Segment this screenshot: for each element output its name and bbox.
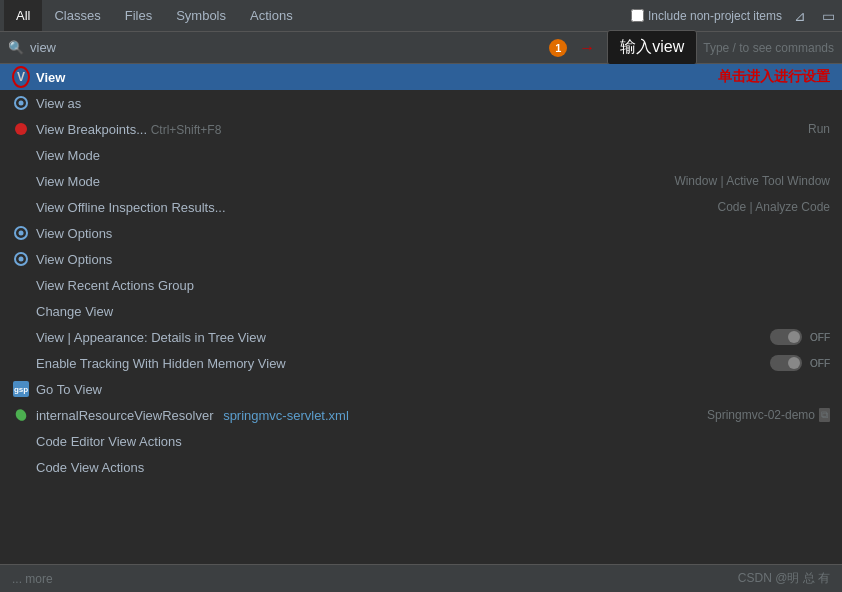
eye-icon-3 (12, 250, 30, 268)
search-input[interactable] (30, 40, 537, 55)
tab-symbols[interactable]: Symbols (164, 0, 238, 31)
list-item-view-as[interactable]: View as (0, 90, 842, 116)
list-item-code-view-actions[interactable]: Code View Actions (0, 454, 842, 480)
no-icon-3 (12, 198, 30, 216)
no-icon-9 (12, 458, 30, 476)
code-view-actions-label: Code View Actions (36, 460, 830, 475)
eye-icon (12, 94, 30, 112)
no-icon-5 (12, 302, 30, 320)
internal-view-resolver-category: Springmvc-02-demo ⧉ (707, 408, 830, 422)
search-icon: 🔍 (8, 40, 24, 55)
annotation-overlay: 1 → 输入view (543, 30, 697, 65)
view-mode-2-category: Window | Active Tool Window (674, 174, 830, 188)
view-options-1-label: View Options (36, 226, 830, 241)
list-item-view-recent-actions[interactable]: View Recent Actions Group (0, 272, 842, 298)
no-icon-2 (12, 172, 30, 190)
filter-icon[interactable]: ⊿ (790, 6, 810, 26)
internal-view-resolver-label: internalResourceViewResolver springmvc-s… (36, 408, 707, 423)
include-non-project-label[interactable]: Include non-project items (631, 9, 782, 23)
view-breakpoints-label: View Breakpoints... Ctrl+Shift+F8 (36, 122, 808, 137)
bottom-bar: ... more CSDN @明 总 有 (0, 564, 842, 592)
list-item-view-breakpoints[interactable]: View Breakpoints... Ctrl+Shift+F8 Run (0, 116, 842, 142)
enable-tracking-label: Enable Tracking With Hidden Memory View (36, 356, 770, 371)
list-item-go-to-view[interactable]: gsp Go To View (0, 376, 842, 402)
view-recent-actions-label: View Recent Actions Group (36, 278, 830, 293)
tab-files[interactable]: Files (113, 0, 164, 31)
code-editor-view-actions-label: Code Editor View Actions (36, 434, 830, 449)
view-offline-label: View Offline Inspection Results... (36, 200, 717, 215)
no-icon-1 (12, 146, 30, 164)
gsp-icon: gsp (12, 380, 30, 398)
view-mode-2-label: View Mode (36, 174, 674, 189)
include-non-project-checkbox[interactable] (631, 9, 644, 22)
list-item-view[interactable]: V View 单击进入进行设置 (0, 64, 842, 90)
toggle-tracking[interactable] (770, 355, 802, 371)
view-breakpoints-category: Run (808, 122, 830, 136)
view-as-label: View as (36, 96, 830, 111)
list-item-view-appearance[interactable]: View | Appearance: Details in Tree View … (0, 324, 842, 350)
leaf-icon (12, 406, 30, 424)
click-hint-text: 单击进入进行设置 (718, 68, 830, 86)
view-options-2-label: View Options (36, 252, 830, 267)
no-icon-6 (12, 328, 30, 346)
svg-point-0 (14, 408, 28, 422)
toggle-appearance[interactable] (770, 329, 802, 345)
watermark-text: CSDN @明 总 有 (738, 570, 830, 587)
view-offline-category: Code | Analyze Code (717, 200, 830, 214)
tab-bar: All Classes Files Symbols Actions Includ… (0, 0, 842, 32)
results-list: V View 单击进入进行设置 View as View Breakpoints… (0, 64, 842, 532)
list-item-view-options-2[interactable]: View Options (0, 246, 842, 272)
breakpoint-icon (12, 120, 30, 138)
view-selected-icon: V (12, 68, 30, 86)
go-to-view-label: Go To View (36, 382, 830, 397)
view-mode-1-label: View Mode (36, 148, 830, 163)
no-icon-8 (12, 432, 30, 450)
no-icon-4 (12, 276, 30, 294)
tab-classes[interactable]: Classes (42, 0, 112, 31)
tab-actions[interactable]: Actions (238, 0, 305, 31)
list-item-view-mode-2[interactable]: View Mode Window | Active Tool Window (0, 168, 842, 194)
list-item-code-editor-view-actions[interactable]: Code Editor View Actions (0, 428, 842, 454)
list-item-view-mode-1[interactable]: View Mode (0, 142, 842, 168)
eye-icon-2 (12, 224, 30, 242)
view-appearance-label: View | Appearance: Details in Tree View (36, 330, 770, 345)
arrow-icon: → (579, 39, 595, 57)
list-item-view-options-1[interactable]: View Options (0, 220, 842, 246)
more-text: ... more (12, 572, 53, 586)
list-item-change-view[interactable]: Change View (0, 298, 842, 324)
list-item-internal-view-resolver[interactable]: internalResourceViewResolver springmvc-s… (0, 402, 842, 428)
xml-link: springmvc-servlet.xml (223, 408, 349, 423)
change-view-label: Change View (36, 304, 830, 319)
view-item-label: View (36, 70, 65, 85)
badge-1: 1 (549, 39, 567, 57)
no-icon-7 (12, 354, 30, 372)
list-item-enable-tracking[interactable]: Enable Tracking With Hidden Memory View … (0, 350, 842, 376)
hint-text: Type / to see commands (703, 41, 834, 55)
list-item-view-offline[interactable]: View Offline Inspection Results... Code … (0, 194, 842, 220)
layout-icon[interactable]: ▭ (818, 6, 838, 26)
tooltip-box: 输入view (607, 30, 697, 65)
search-row: 🔍 1 → 输入view Type / to see commands (0, 32, 842, 64)
tab-all[interactable]: All (4, 0, 42, 31)
